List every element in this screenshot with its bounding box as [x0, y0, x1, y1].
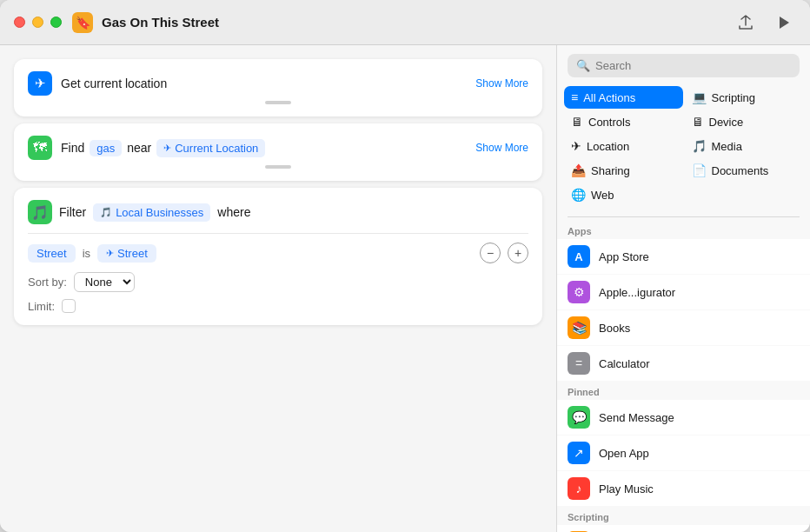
sharing-label: Sharing	[591, 164, 630, 177]
left-panel: ✈ Get current location Show More 🗺 Find …	[0, 45, 556, 532]
find-label: Find	[61, 141, 84, 155]
filter-conditions: Street is ✈ Street − + Sort by: Non	[28, 233, 528, 313]
apps-divider	[568, 216, 800, 217]
show-more-location-button[interactable]: Show More	[475, 77, 528, 90]
limit-checkbox[interactable]	[62, 299, 76, 313]
apps-section-label: Apps	[557, 221, 810, 238]
books-icon: 📚	[568, 316, 590, 339]
calculator-label: Calculator	[599, 357, 650, 370]
limit-row: Limit:	[28, 299, 528, 313]
category-scripting[interactable]: 💻 Scripting	[685, 86, 804, 109]
open-app-icon: ↗	[568, 442, 590, 464]
list-item-calculator[interactable]: = Calculator	[557, 346, 810, 381]
find-card: 🗺 Find gas near ✈ Current Location Show …	[14, 123, 542, 181]
actions-list: Apps A App Store ⚙ Apple...igurator 📚 Bo…	[557, 221, 810, 532]
category-device[interactable]: 🖥 Device	[685, 110, 804, 133]
open-app-label: Open App	[599, 447, 649, 460]
documents-label: Documents	[712, 164, 769, 177]
books-label: Books	[599, 322, 630, 335]
categories-grid: ≡ All Actions 💻 Scripting 🖥 Controls 🖥 D…	[557, 86, 810, 213]
media-icon: 🎵	[692, 139, 707, 153]
list-item-apple-configurator[interactable]: ⚙ Apple...igurator	[557, 275, 810, 309]
media-label: Media	[712, 140, 742, 153]
local-businesses-pill[interactable]: 🎵 Local Businesses	[93, 203, 210, 222]
main-window: 🔖 Gas On This Street ✈ Get current	[0, 0, 810, 532]
controls-label: Controls	[588, 116, 630, 129]
current-location-pill[interactable]: ✈ Current Location	[156, 139, 265, 157]
calculator-icon: =	[568, 352, 590, 375]
drag-handle-1[interactable]	[265, 101, 291, 104]
find-content: Find gas near ✈ Current Location	[61, 139, 467, 157]
sort-by-label: Sort by:	[28, 276, 67, 289]
window-title: Gas On This Street	[102, 15, 734, 30]
send-message-icon: 💬	[568, 406, 590, 429]
app-store-icon: A	[568, 245, 590, 268]
street-icon: ✈	[106, 248, 114, 259]
businesses-icon: 🎵	[100, 207, 112, 218]
find-action-icon: 🗺	[28, 136, 52, 160]
list-item-open-app[interactable]: ↗ Open App	[557, 436, 810, 470]
minimize-button[interactable]	[32, 17, 43, 28]
remove-condition-button[interactable]: −	[480, 243, 501, 263]
web-icon: 🌐	[571, 188, 586, 202]
share-button[interactable]	[734, 10, 758, 35]
drag-handle-2[interactable]	[265, 165, 291, 169]
titlebar: 🔖 Gas On This Street	[0, 0, 810, 45]
sort-select[interactable]: None	[74, 272, 135, 292]
list-item-app-store[interactable]: A App Store	[557, 239, 810, 274]
limit-label: Limit:	[28, 300, 55, 313]
all-actions-label: All Actions	[583, 91, 635, 104]
location-cat-icon: ✈	[571, 139, 581, 153]
list-item-books[interactable]: 📚 Books	[557, 310, 810, 345]
list-item-send-message[interactable]: 💬 Send Message	[557, 400, 810, 435]
play-music-label: Play Music	[599, 482, 654, 495]
app-icon: 🔖	[72, 12, 93, 33]
all-actions-icon: ≡	[571, 90, 578, 104]
apple-configurator-label: Apple...igurator	[599, 286, 675, 299]
category-media[interactable]: 🎵 Media	[685, 135, 804, 157]
location-icon-small: ✈	[163, 143, 171, 154]
category-all-actions[interactable]: ≡ All Actions	[564, 86, 683, 109]
close-button[interactable]	[14, 17, 25, 28]
category-location[interactable]: ✈ Location	[564, 135, 683, 157]
list-item-comment[interactable]: ≡ Comment	[557, 525, 810, 532]
condition-op: is	[83, 247, 90, 260]
app-store-label: App Store	[599, 250, 649, 263]
get-location-title: Get current location	[61, 76, 467, 90]
documents-icon: 📄	[692, 163, 707, 177]
get-location-card: ✈ Get current location Show More	[14, 59, 542, 116]
scripting-icon: 💻	[692, 90, 707, 104]
send-message-label: Send Message	[599, 411, 674, 424]
add-condition-button[interactable]: +	[508, 243, 528, 263]
where-label: where	[217, 205, 250, 219]
gas-pill[interactable]: gas	[90, 140, 122, 156]
titlebar-actions	[734, 10, 796, 35]
traffic-lights	[14, 17, 62, 28]
location-label: Location	[587, 140, 629, 153]
category-controls[interactable]: 🖥 Controls	[564, 110, 683, 133]
device-icon: 🖥	[692, 115, 704, 129]
category-web[interactable]: 🌐 Web	[564, 183, 683, 206]
street-left-pill[interactable]: Street	[28, 244, 76, 263]
get-location-row: ✈ Get current location Show More	[28, 71, 528, 96]
pinned-section-label: Pinned	[557, 382, 810, 399]
search-input[interactable]	[595, 59, 791, 72]
find-row: 🗺 Find gas near ✈ Current Location Show …	[28, 136, 528, 160]
filter-card: 🎵 Filter 🎵 Local Businesses where Street…	[14, 188, 542, 325]
scripting-label: Scripting	[712, 91, 756, 104]
filter-action-icon: 🎵	[28, 200, 52, 224]
street-right-pill[interactable]: ✈ Street	[97, 244, 156, 263]
category-sharing[interactable]: 📤 Sharing	[564, 159, 683, 182]
list-item-play-music[interactable]: ♪ Play Music	[557, 471, 810, 506]
show-more-find-button[interactable]: Show More	[475, 142, 528, 154]
device-label: Device	[709, 116, 744, 129]
run-button[interactable]	[772, 10, 796, 35]
condition-row: Street is ✈ Street − +	[28, 243, 528, 263]
main-content: ✈ Get current location Show More 🗺 Find …	[0, 45, 810, 532]
maximize-button[interactable]	[50, 17, 62, 28]
web-label: Web	[591, 189, 614, 202]
apple-configurator-icon: ⚙	[568, 281, 590, 303]
filter-header: 🎵 Filter 🎵 Local Businesses where	[28, 200, 528, 224]
category-documents[interactable]: 📄 Documents	[685, 159, 804, 182]
play-music-icon: ♪	[568, 477, 590, 500]
